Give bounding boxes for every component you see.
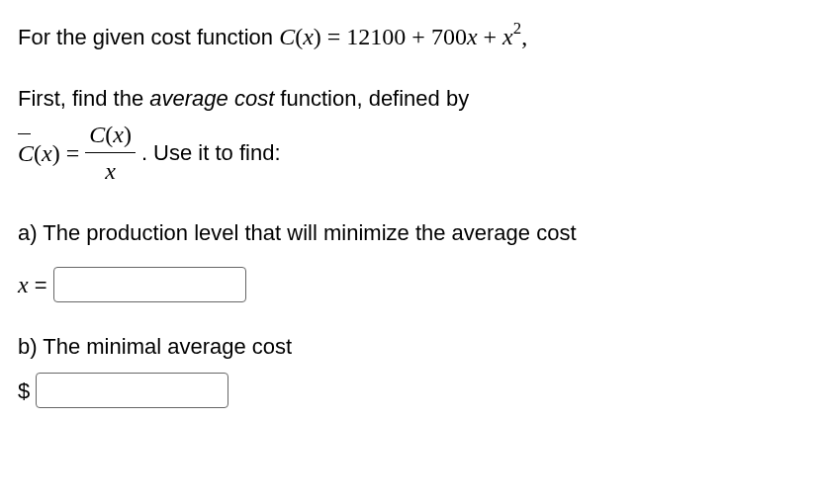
avg-cost-lhs: C(x) = — [18, 135, 79, 171]
problem-statement-line-1: For the given cost function C(x) = 12100… — [18, 18, 809, 54]
fraction-numerator: C(x) — [85, 117, 136, 153]
formula-suffix: . Use it to find: — [141, 136, 281, 169]
avg-cost-italic: average cost — [149, 86, 274, 111]
avg-cost-prefix: First, find the — [18, 86, 149, 111]
part-a-answer-line: x = — [18, 267, 809, 302]
part-a-question: a) The production level that will minimi… — [18, 216, 809, 249]
fraction-denominator: x — [101, 153, 120, 189]
part-b-question: b) The minimal average cost — [18, 330, 809, 363]
fraction: C(x) x — [85, 117, 136, 189]
average-cost-formula: C(x) = C(x) x . Use it to find: — [18, 117, 809, 189]
avg-cost-suffix: function, defined by — [274, 86, 469, 111]
part-b-answer-line: $ — [18, 373, 809, 408]
problem-statement-line-2: First, find the average cost function, d… — [18, 82, 809, 115]
part-a-input[interactable] — [53, 267, 246, 302]
cost-function-equation: C(x) = 12100 + 700x + x2, — [279, 24, 527, 49]
dollar-sign-label: $ — [18, 375, 30, 407]
part-a-label: x = — [18, 267, 47, 302]
part-b-input[interactable] — [36, 373, 228, 408]
cost-function-prefix: For the given cost function — [18, 25, 279, 49]
